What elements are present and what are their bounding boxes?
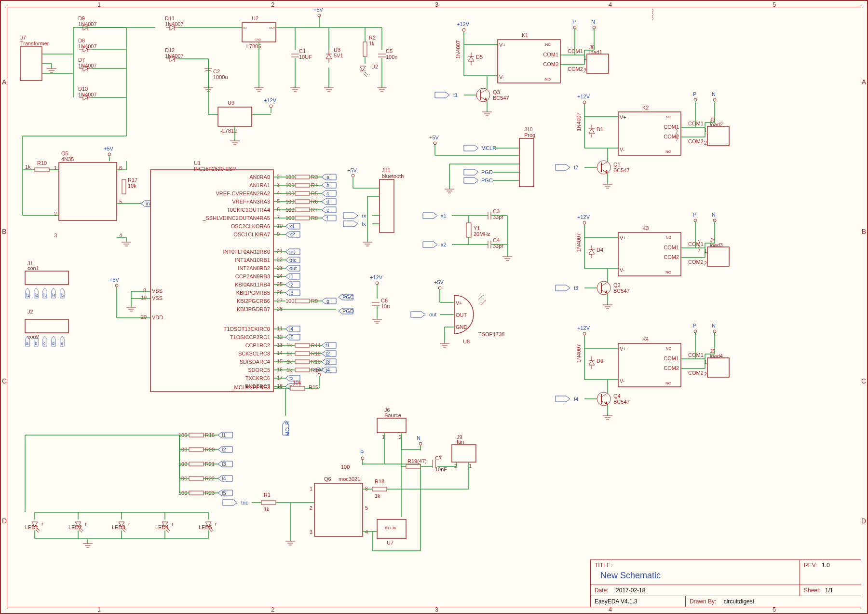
svg-text:COM1: COM1 <box>688 121 704 126</box>
svg-text:OSC2CLKORA6: OSC2CLKORA6 <box>231 223 270 229</box>
svg-text:x2: x2 <box>289 232 295 237</box>
svg-rect-432 <box>377 418 406 433</box>
svg-text:LED3: LED3 <box>112 524 125 530</box>
svg-text:Q3: Q3 <box>493 89 500 95</box>
svg-text:l5: l5 <box>61 293 64 298</box>
svg-text:10u: 10u <box>381 303 390 309</box>
svg-text:e: e <box>61 341 63 346</box>
svg-text:1: 1 <box>704 248 707 254</box>
svg-text:C7: C7 <box>435 455 442 461</box>
svg-text:R1: R1 <box>264 492 271 498</box>
svg-rect-410 <box>314 483 363 536</box>
svg-text:J11: J11 <box>382 167 391 173</box>
svg-text:Q6: Q6 <box>324 476 331 482</box>
svg-text:NC: NC <box>665 235 671 240</box>
svg-text:V-: V- <box>620 267 625 273</box>
svg-text:U9: U9 <box>228 100 234 106</box>
svg-text:N: N <box>712 323 716 328</box>
svg-text:l5: l5 <box>222 490 226 496</box>
svg-rect-583 <box>707 358 729 377</box>
svg-text:c: c <box>43 341 46 346</box>
svg-text:l3: l3 <box>289 290 294 296</box>
svg-text:t4: t4 <box>574 396 578 402</box>
svg-text:+12V: +12V <box>264 97 277 103</box>
svg-text:+5V: +5V <box>434 279 444 285</box>
svg-text:COM2: COM2 <box>568 66 583 72</box>
svg-text:+12V: +12V <box>370 274 383 280</box>
svg-text:TSOP1738: TSOP1738 <box>478 331 504 337</box>
d9-val: 1N4007 <box>78 21 97 27</box>
svg-text:+5V: +5V <box>104 146 114 151</box>
svg-text:2: 2 <box>583 68 586 73</box>
svg-text:1N4007: 1N4007 <box>576 112 582 131</box>
svg-text:t3: t3 <box>574 285 578 291</box>
svg-text:10: 10 <box>277 223 283 229</box>
svg-text:4: 4 <box>365 529 368 535</box>
svg-text:t2: t2 <box>326 351 330 356</box>
svg-text:1N4007: 1N4007 <box>78 92 97 97</box>
svg-text:1: 1 <box>583 55 586 61</box>
svg-text:MCLR: MCLR <box>285 421 290 436</box>
svg-text:x1: x1 <box>289 223 295 229</box>
svg-text:+5V: +5V <box>429 135 439 140</box>
svg-text:BC547: BC547 <box>613 167 630 173</box>
svg-text:V-: V- <box>499 74 504 80</box>
svg-text:3: 3 <box>54 232 57 238</box>
svg-text:tx: tx <box>362 221 366 227</box>
svg-text:U1: U1 <box>194 160 201 166</box>
svg-rect-443 <box>452 445 476 462</box>
svg-text:U7: U7 <box>387 540 393 546</box>
svg-text:33pf: 33pf <box>493 243 503 249</box>
svg-text:D5: D5 <box>476 54 483 60</box>
svg-text:l4: l4 <box>222 476 226 481</box>
svg-text:VSS: VSS <box>152 295 163 301</box>
svg-text:NO: NO <box>665 150 671 154</box>
svg-text:J10: J10 <box>524 126 533 132</box>
svg-text:U8: U8 <box>463 339 470 344</box>
svg-text:6: 6 <box>277 206 280 212</box>
optocoupler <box>59 163 117 220</box>
svg-text:D4: D4 <box>597 247 603 253</box>
svg-rect-305 <box>466 223 471 237</box>
svg-text:+12V: +12V <box>457 21 470 27</box>
svg-text:e: e <box>326 207 329 213</box>
svg-text:a: a <box>26 341 28 346</box>
svg-text:1N4007: 1N4007 <box>576 344 582 363</box>
svg-text:1N4007: 1N4007 <box>78 63 97 68</box>
svg-text:VSS: VSS <box>152 288 163 294</box>
svg-text:4N35: 4N35 <box>61 156 74 162</box>
svg-text:3: 3 <box>277 182 280 188</box>
svg-text:N: N <box>712 212 716 218</box>
svg-text:18: 18 <box>277 383 283 389</box>
svg-text:1k: 1k <box>375 493 380 499</box>
svg-text:t1: t1 <box>326 342 330 348</box>
svg-text:D1: D1 <box>597 126 603 132</box>
svg-text:b: b <box>35 341 37 346</box>
svg-text:GND: GND <box>456 324 468 330</box>
svg-text:C2: C2 <box>213 68 220 74</box>
svg-text:COM1: COM1 <box>664 245 679 250</box>
svg-text:2: 2 <box>704 140 707 146</box>
svg-text:int: int <box>289 249 295 255</box>
svg-text:5: 5 <box>365 505 368 511</box>
svg-text:NO: NO <box>665 381 671 385</box>
svg-text:x1: x1 <box>441 213 447 218</box>
svg-rect-289 <box>380 179 394 232</box>
svg-text:INT0FLT0AN12RB0: INT0FLT0AN12RB0 <box>223 249 270 255</box>
svg-text:BC547: BC547 <box>613 399 630 405</box>
svg-text:IN: IN <box>244 27 246 29</box>
svg-text:Source: Source <box>384 412 401 418</box>
svg-text:C4: C4 <box>493 237 500 243</box>
svg-text:g: g <box>326 298 329 304</box>
svg-text:D10: D10 <box>78 86 88 92</box>
svg-text:1: 1 <box>704 127 707 133</box>
svg-text:PGC: PGC <box>481 177 493 183</box>
svg-text:U2: U2 <box>252 15 258 21</box>
title-block: TITLE: New Schematic REV: 1.0 Date: 2017… <box>590 559 861 607</box>
svg-text:K3: K3 <box>642 225 649 231</box>
svg-text:+12V: +12V <box>577 214 590 220</box>
svg-text:c: c <box>326 191 329 196</box>
svg-text:20: 20 <box>141 314 147 320</box>
svg-text:22: 22 <box>277 257 283 262</box>
svg-text:1: 1 <box>704 359 707 365</box>
